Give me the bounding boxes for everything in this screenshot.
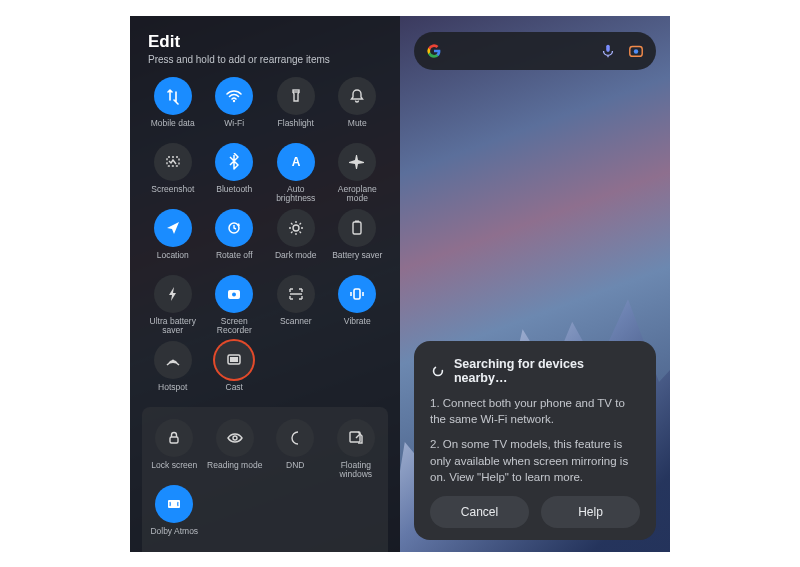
tile-battery-saver[interactable]: Battery saver	[329, 207, 387, 269]
tile-reading-mode[interactable]: Reading mode	[207, 417, 264, 479]
tile-ultra-battery[interactable]: Ultra battery saver	[144, 273, 202, 335]
bell-icon	[338, 77, 376, 115]
rotate-icon	[215, 209, 253, 247]
vibrate-icon	[338, 275, 376, 313]
tile-scanner[interactable]: Scanner	[267, 273, 325, 335]
page-title: Edit	[148, 32, 382, 52]
tile-wifi[interactable]: Wi-Fi	[206, 75, 264, 137]
tile-vibrate[interactable]: Vibrate	[329, 273, 387, 335]
tile-label: Battery saver	[332, 251, 382, 269]
lens-icon[interactable]	[628, 43, 644, 59]
tile-label: Rotate off	[216, 251, 253, 269]
tile-label: Dark mode	[275, 251, 317, 269]
cast-search-screen: Searching for devices nearby… 1. Connect…	[400, 16, 670, 552]
tile-location[interactable]: Location	[144, 207, 202, 269]
dialog-step-2: 2. On some TV models, this feature is on…	[430, 436, 640, 486]
tile-label: Mobile data	[151, 119, 195, 137]
tile-label: Ultra battery saver	[144, 317, 202, 335]
tile-mute[interactable]: Mute	[329, 75, 387, 137]
tile-screenshot[interactable]: Screenshot	[144, 141, 202, 203]
tile-dolby-atmos[interactable]: Dolby Atmos	[146, 483, 203, 545]
scanner-icon	[277, 275, 315, 313]
nav-arrow-icon	[154, 209, 192, 247]
tile-label: Screenshot	[151, 185, 194, 203]
tile-label: Aeroplane mode	[329, 185, 387, 203]
letter-a-icon	[277, 143, 315, 181]
lock-icon	[155, 419, 193, 457]
moon-sun-icon	[277, 209, 315, 247]
tile-label: Wi-Fi	[224, 119, 244, 137]
tile-lock-screen[interactable]: Lock screen	[146, 417, 203, 479]
page-subtitle: Press and hold to add or rearrange items	[148, 54, 382, 65]
quick-settings-edit-screen: Edit Press and hold to add or rearrange …	[130, 16, 400, 552]
google-search-bar[interactable]	[414, 32, 656, 70]
tile-dnd[interactable]: DND	[267, 417, 324, 479]
moon-icon	[276, 419, 314, 457]
svg-rect-19	[606, 45, 610, 52]
mic-icon[interactable]	[600, 43, 616, 59]
svg-point-21	[634, 49, 638, 53]
tile-dark-mode[interactable]: Dark mode	[267, 207, 325, 269]
google-logo-icon	[426, 43, 442, 59]
arrows-updown-icon	[154, 77, 192, 115]
hotspot-icon	[154, 341, 192, 379]
tile-label: Reading mode	[207, 461, 262, 479]
help-button[interactable]: Help	[541, 496, 640, 528]
bolt-icon	[154, 275, 192, 313]
flashlight-icon	[277, 77, 315, 115]
tile-screen-recorder[interactable]: Screen Recorder	[206, 273, 264, 335]
cast-searching-dialog: Searching for devices nearby… 1. Connect…	[414, 341, 656, 540]
tile-label: Mute	[348, 119, 367, 137]
tile-label: Location	[157, 251, 189, 269]
float-icon	[337, 419, 375, 457]
camera-icon	[215, 275, 253, 313]
eye-icon	[216, 419, 254, 457]
tile-label: Screen Recorder	[206, 317, 264, 335]
tile-auto-brightness[interactable]: Auto brightness	[267, 141, 325, 203]
wifi-icon	[215, 77, 253, 115]
tile-label: Dolby Atmos	[150, 527, 198, 545]
tile-label: Scanner	[280, 317, 312, 335]
tile-floating-windows[interactable]: Floating windows	[328, 417, 385, 479]
tile-label: Auto brightness	[267, 185, 325, 203]
tile-label: Floating windows	[328, 461, 385, 479]
airplane-icon	[338, 143, 376, 181]
dialog-title-text: Searching for devices nearby…	[454, 357, 640, 385]
tile-hotspot[interactable]: Hotspot	[144, 339, 202, 401]
cast-icon	[215, 341, 253, 379]
spinner-icon	[430, 363, 446, 379]
tile-label: DND	[286, 461, 304, 479]
tile-bluetooth[interactable]: Bluetooth	[206, 141, 264, 203]
tile-label: Cast	[226, 383, 243, 401]
tile-label: Hotspot	[158, 383, 187, 401]
tile-flashlight[interactable]: Flashlight	[267, 75, 325, 137]
screenshot-icon	[154, 143, 192, 181]
tile-mobile-data[interactable]: Mobile data	[144, 75, 202, 137]
dolby-icon	[155, 485, 193, 523]
tile-label: Flashlight	[278, 119, 314, 137]
bluetooth-icon	[215, 143, 253, 181]
tile-rotate[interactable]: Rotate off	[206, 207, 264, 269]
battery-icon	[338, 209, 376, 247]
tile-cast[interactable]: Cast	[206, 339, 264, 401]
tile-label: Lock screen	[151, 461, 197, 479]
cancel-button[interactable]: Cancel	[430, 496, 529, 528]
dialog-step-1: 1. Connect both your phone and TV to the…	[430, 395, 640, 428]
tile-aeroplane[interactable]: Aeroplane mode	[329, 141, 387, 203]
tile-label: Vibrate	[344, 317, 371, 335]
tile-label: Bluetooth	[216, 185, 252, 203]
